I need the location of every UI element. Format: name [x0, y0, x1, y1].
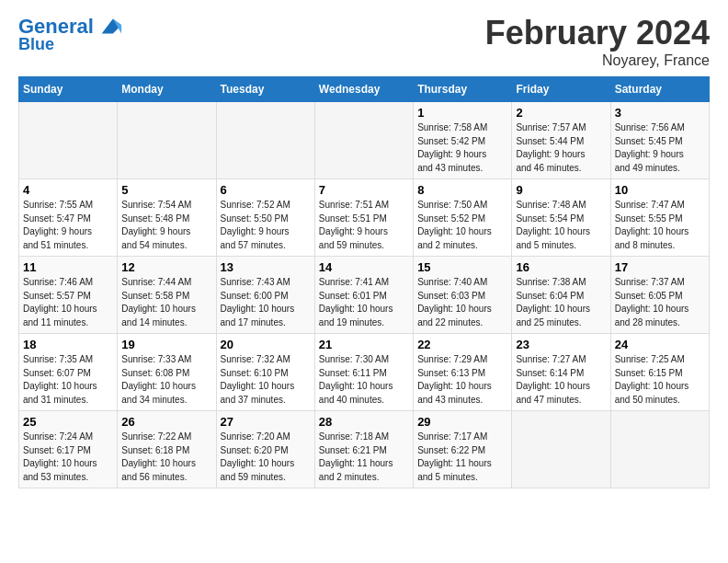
week-row-4: 25Sunrise: 7:24 AM Sunset: 6:17 PM Dayli… [19, 411, 710, 488]
day-number: 1 [417, 106, 507, 120]
day-info: Sunrise: 7:20 AM Sunset: 6:20 PM Dayligh… [221, 431, 311, 484]
day-cell [610, 411, 709, 488]
day-cell [512, 411, 610, 488]
day-info: Sunrise: 7:50 AM Sunset: 5:52 PM Dayligh… [417, 199, 507, 252]
day-cell: 13Sunrise: 7:43 AM Sunset: 6:00 PM Dayli… [216, 257, 314, 334]
day-number: 28 [319, 415, 409, 429]
day-cell: 22Sunrise: 7:29 AM Sunset: 6:13 PM Dayli… [414, 334, 512, 411]
day-number: 20 [221, 338, 311, 351]
col-header-sunday: Sunday [19, 77, 118, 102]
day-cell: 2Sunrise: 7:57 AM Sunset: 5:44 PM Daylig… [512, 102, 610, 179]
col-header-friday: Friday [512, 77, 610, 102]
day-info: Sunrise: 7:58 AM Sunset: 5:42 PM Dayligh… [417, 121, 507, 175]
day-number: 9 [516, 183, 606, 197]
day-cell: 28Sunrise: 7:18 AM Sunset: 6:21 PM Dayli… [314, 411, 413, 488]
day-info: Sunrise: 7:32 AM Sunset: 6:10 PM Dayligh… [221, 353, 311, 407]
day-number: 7 [319, 183, 409, 197]
week-row-2: 11Sunrise: 7:46 AM Sunset: 5:57 PM Dayli… [19, 257, 710, 334]
day-number: 18 [23, 338, 113, 351]
day-info: Sunrise: 7:30 AM Sunset: 6:11 PM Dayligh… [319, 353, 409, 407]
title-block: February 2024 Noyarey, France [485, 14, 710, 69]
day-info: Sunrise: 7:29 AM Sunset: 6:13 PM Dayligh… [417, 353, 507, 407]
day-info: Sunrise: 7:51 AM Sunset: 5:51 PM Dayligh… [319, 199, 409, 252]
logo: General Blue [18, 14, 123, 54]
day-number: 23 [516, 338, 606, 351]
day-info: Sunrise: 7:22 AM Sunset: 6:18 PM Dayligh… [121, 431, 211, 484]
col-header-monday: Monday [118, 77, 216, 102]
day-number: 5 [121, 183, 211, 197]
day-cell: 3Sunrise: 7:56 AM Sunset: 5:45 PM Daylig… [610, 102, 709, 179]
day-cell [314, 102, 413, 179]
day-info: Sunrise: 7:47 AM Sunset: 5:55 PM Dayligh… [615, 199, 705, 252]
day-cell: 29Sunrise: 7:17 AM Sunset: 6:22 PM Dayli… [414, 411, 512, 488]
day-cell: 20Sunrise: 7:32 AM Sunset: 6:10 PM Dayli… [216, 334, 314, 411]
day-cell: 25Sunrise: 7:24 AM Sunset: 6:17 PM Dayli… [19, 411, 118, 488]
day-number: 14 [319, 260, 409, 274]
day-number: 25 [23, 415, 113, 429]
week-row-1: 4Sunrise: 7:55 AM Sunset: 5:47 PM Daylig… [19, 179, 710, 257]
week-row-3: 18Sunrise: 7:35 AM Sunset: 6:07 PM Dayli… [19, 334, 710, 411]
day-info: Sunrise: 7:52 AM Sunset: 5:50 PM Dayligh… [221, 199, 311, 252]
day-cell: 14Sunrise: 7:41 AM Sunset: 6:01 PM Dayli… [314, 257, 413, 334]
col-header-tuesday: Tuesday [216, 77, 314, 102]
day-cell: 10Sunrise: 7:47 AM Sunset: 5:55 PM Dayli… [610, 179, 709, 257]
day-cell [19, 102, 118, 179]
day-cell: 17Sunrise: 7:37 AM Sunset: 6:05 PM Dayli… [610, 257, 709, 334]
day-number: 26 [121, 415, 211, 429]
day-cell: 6Sunrise: 7:52 AM Sunset: 5:50 PM Daylig… [216, 179, 314, 257]
day-number: 13 [221, 260, 311, 274]
calendar-table: SundayMondayTuesdayWednesdayThursdayFrid… [18, 76, 710, 488]
day-info: Sunrise: 7:35 AM Sunset: 6:07 PM Dayligh… [23, 353, 113, 407]
day-info: Sunrise: 7:43 AM Sunset: 6:00 PM Dayligh… [221, 276, 311, 329]
day-cell: 16Sunrise: 7:38 AM Sunset: 6:04 PM Dayli… [512, 257, 610, 334]
day-info: Sunrise: 7:37 AM Sunset: 6:05 PM Dayligh… [615, 276, 705, 329]
col-header-thursday: Thursday [414, 77, 512, 102]
day-info: Sunrise: 7:33 AM Sunset: 6:08 PM Dayligh… [121, 353, 211, 407]
day-number: 3 [615, 106, 705, 120]
day-number: 22 [417, 338, 507, 351]
day-cell: 21Sunrise: 7:30 AM Sunset: 6:11 PM Dayli… [314, 334, 413, 411]
day-number: 2 [516, 106, 606, 120]
col-header-saturday: Saturday [610, 77, 709, 102]
day-number: 8 [417, 183, 507, 197]
day-number: 24 [615, 338, 705, 351]
day-cell: 27Sunrise: 7:20 AM Sunset: 6:20 PM Dayli… [216, 411, 314, 488]
page: General Blue February 2024 Noyarey, Fran… [0, 0, 728, 502]
header-row: SundayMondayTuesdayWednesdayThursdayFrid… [19, 77, 710, 102]
logo-icon [97, 14, 123, 40]
day-number: 16 [516, 260, 606, 274]
day-number: 27 [221, 415, 311, 429]
day-cell: 8Sunrise: 7:50 AM Sunset: 5:52 PM Daylig… [414, 179, 512, 257]
calendar-title: February 2024 [485, 14, 710, 52]
header: General Blue February 2024 Noyarey, Fran… [18, 14, 710, 69]
day-info: Sunrise: 7:40 AM Sunset: 6:03 PM Dayligh… [417, 276, 507, 329]
day-info: Sunrise: 7:38 AM Sunset: 6:04 PM Dayligh… [516, 276, 606, 329]
day-cell: 5Sunrise: 7:54 AM Sunset: 5:48 PM Daylig… [118, 179, 216, 257]
day-number: 4 [23, 183, 113, 197]
day-cell: 19Sunrise: 7:33 AM Sunset: 6:08 PM Dayli… [118, 334, 216, 411]
day-info: Sunrise: 7:54 AM Sunset: 5:48 PM Dayligh… [121, 199, 211, 252]
day-info: Sunrise: 7:24 AM Sunset: 6:17 PM Dayligh… [23, 431, 113, 484]
day-number: 15 [417, 260, 507, 274]
calendar-subtitle: Noyarey, France [485, 52, 710, 69]
day-number: 29 [417, 415, 507, 429]
day-info: Sunrise: 7:48 AM Sunset: 5:54 PM Dayligh… [516, 199, 606, 252]
day-number: 10 [615, 183, 705, 197]
col-header-wednesday: Wednesday [314, 77, 413, 102]
day-cell [118, 102, 216, 179]
day-info: Sunrise: 7:27 AM Sunset: 6:14 PM Dayligh… [516, 353, 606, 407]
day-cell: 4Sunrise: 7:55 AM Sunset: 5:47 PM Daylig… [19, 179, 118, 257]
day-cell: 11Sunrise: 7:46 AM Sunset: 5:57 PM Dayli… [19, 257, 118, 334]
day-info: Sunrise: 7:41 AM Sunset: 6:01 PM Dayligh… [319, 276, 409, 329]
day-cell: 18Sunrise: 7:35 AM Sunset: 6:07 PM Dayli… [19, 334, 118, 411]
day-cell: 9Sunrise: 7:48 AM Sunset: 5:54 PM Daylig… [512, 179, 610, 257]
day-number: 12 [121, 260, 211, 274]
day-cell: 24Sunrise: 7:25 AM Sunset: 6:15 PM Dayli… [610, 334, 709, 411]
day-info: Sunrise: 7:18 AM Sunset: 6:21 PM Dayligh… [319, 431, 409, 484]
day-cell: 26Sunrise: 7:22 AM Sunset: 6:18 PM Dayli… [118, 411, 216, 488]
day-info: Sunrise: 7:25 AM Sunset: 6:15 PM Dayligh… [615, 353, 705, 407]
day-number: 6 [221, 183, 311, 197]
day-info: Sunrise: 7:55 AM Sunset: 5:47 PM Dayligh… [23, 199, 113, 252]
day-cell [216, 102, 314, 179]
day-info: Sunrise: 7:56 AM Sunset: 5:45 PM Dayligh… [615, 121, 705, 175]
